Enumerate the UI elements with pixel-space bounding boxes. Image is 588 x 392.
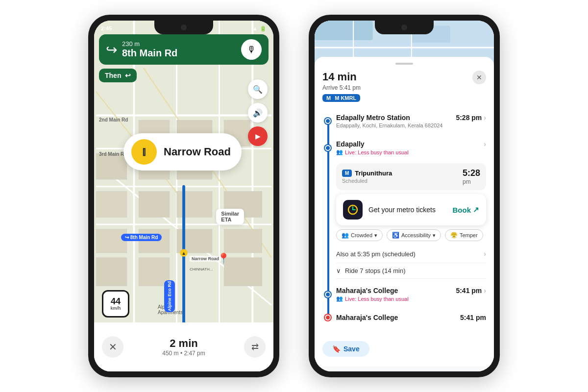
nav-bottom-bar: ✕ 2 min 450 m • 2:47 pm ⇄: [94, 322, 273, 371]
phone-2: 14 min Arrive 5:41 pm ✕ M M KMRL: [309, 15, 500, 377]
stop-3-time-wrap: 5:41 pm ›: [456, 287, 486, 294]
stop-2-name: Edapally: [336, 140, 409, 148]
svg-rect-26: [96, 258, 127, 286]
save-button[interactable]: 🔖 Save: [322, 341, 369, 357]
live-icon: 👥: [336, 149, 343, 155]
metro-m-icon: M: [326, 95, 331, 101]
eta-details: 450 m • 2:47 pm: [123, 350, 244, 357]
book-button[interactable]: Book ↗: [453, 205, 480, 214]
transit-screen[interactable]: 14 min Arrive 5:41 pm ✕ M M KMRL: [315, 21, 494, 371]
scheduled-label: Scheduled: [342, 178, 392, 184]
phone-1-screen: ▲ 📍 2nd Main Rd 3rd Main Rd ↪ 8th Main R…: [94, 21, 273, 371]
crowded-label: Crowded: [351, 232, 372, 238]
stop-2-info: Edapally 👥 Live: Less busy than usual: [336, 140, 409, 155]
road-width-icon: ⫿: [142, 146, 147, 158]
book-label: Book: [453, 206, 471, 214]
scheduled-name-row: M Tripunithura: [342, 170, 392, 177]
ticket-text: Get your metro tickets: [368, 206, 453, 214]
timeline-dot-3: [325, 292, 331, 297]
mic-icon: 🎙: [247, 45, 256, 55]
speed-unit: km/h: [110, 306, 121, 311]
stop-3-info: Maharaja's College 👥 Live: Less busy tha…: [336, 287, 409, 302]
camera-2: [401, 24, 407, 30]
direction-left: ↪ 230 m 8th Main Rd: [106, 40, 177, 59]
save-icon: 🔖: [332, 345, 341, 353]
accessibility-icon: ♿: [392, 232, 399, 239]
timeline-dot-1: [325, 118, 331, 124]
mic-button[interactable]: 🎙: [241, 39, 262, 60]
close-transit-button[interactable]: ✕: [472, 71, 486, 84]
scheduled-pm: pm: [463, 178, 480, 185]
stop-3-chevron-icon: ›: [484, 287, 486, 294]
metro-line-badge: M M KMRL: [322, 94, 360, 102]
alpine-eco-label: Alpine Eco Rd: [164, 280, 175, 312]
svg-rect-17: [176, 191, 212, 217]
status-icons-1: ▲ 🔋: [252, 25, 267, 32]
phone-1: ▲ 📍 2nd Main Rd 3rd Main Rd ↪ 8th Main R…: [88, 15, 279, 377]
filter-row: 👥 Crowded ▾ ♿ Accessibility ▾ 😤 Temper: [336, 229, 486, 241]
status-time-1: 2:45: [101, 25, 112, 31]
search-icon: 🔍: [253, 85, 263, 94]
close-navigation-button[interactable]: ✕: [102, 336, 123, 358]
road-label-3rd: 3rd Main Rd: [99, 151, 127, 157]
layers-icon: ▶: [255, 132, 261, 140]
stop-1-sub: Edappally, Kochi, Ernakulam, Kerala 6820…: [336, 122, 443, 128]
battery-icon: 🔋: [260, 25, 267, 32]
sound-button[interactable]: 🔊: [248, 103, 268, 122]
svg-rect-35: [315, 21, 373, 40]
crowded-filter[interactable]: 👥 Crowded ▾: [336, 229, 383, 241]
sound-icon: 🔊: [253, 108, 263, 118]
transit-top: 14 min Arrive 5:41 pm ✕: [322, 71, 486, 91]
notch-2: [375, 21, 434, 34]
narrow-road-icon: ⫿: [131, 139, 157, 165]
svg-rect-16: [139, 191, 170, 217]
also-at-row[interactable]: Also at 5:35 pm (scheduled) ›: [336, 245, 486, 263]
speed-badge: 44 km/h: [102, 290, 129, 318]
narrow-road-tooltip: ⫿ Narrow Road: [123, 133, 242, 171]
narrow-road-text: Narrow Road: [164, 146, 231, 158]
scheduled-time: 5:28: [463, 168, 480, 178]
stop-2-chevron-icon: ›: [484, 140, 486, 148]
temper-filter[interactable]: 😤 Temper: [445, 229, 483, 241]
collapse-icon: ∨: [336, 267, 341, 274]
eta-minutes: 2 min: [123, 337, 244, 350]
timeline-item-3[interactable]: Maharaja's College 👥 Live: Less busy tha…: [336, 281, 486, 308]
route-options-button[interactable]: ⇄: [244, 336, 266, 358]
speed-value: 44: [111, 297, 121, 306]
signal-icon: ▲: [252, 25, 258, 31]
road-label-2nd: 2nd Main Rd: [99, 117, 128, 122]
timeline-content-2: Edapally 👥 Live: Less busy than usual ›: [336, 140, 486, 155]
dest-time: 5:41 pm: [460, 314, 486, 321]
timeline-item-2[interactable]: Edapally 👥 Live: Less busy than usual ›: [336, 134, 486, 161]
panel-handle[interactable]: [395, 63, 413, 65]
timeline-dot-2: [325, 145, 331, 151]
eta-display: 2 min 450 m • 2:47 pm: [123, 337, 244, 357]
then-arrow-icon: ↩: [125, 72, 131, 79]
stop-2-live: 👥 Live: Less busy than usual: [336, 149, 409, 155]
timeline-content-3: Maharaja's College 👥 Live: Less busy tha…: [336, 287, 486, 302]
stop-3-time: 5:41 pm: [456, 287, 482, 294]
search-button[interactable]: 🔍: [248, 79, 268, 99]
layers-button[interactable]: ▶: [248, 126, 268, 146]
direction-card: ↪ 230 m 8th Main Rd 🎙: [99, 34, 269, 65]
8th-main-label: ↪ 8th Main Rd: [121, 234, 162, 241]
stop-1-chevron-icon: ›: [484, 114, 486, 122]
metro-ticket-card[interactable]: Get your metro tickets Book ↗: [336, 194, 486, 225]
ride-stops-text: Ride 7 stops (14 min): [345, 267, 406, 274]
dest-name: Maharaja's College: [336, 314, 398, 321]
stop-3-live: 👥 Live: Less busy than usual: [336, 295, 409, 302]
crowded-icon: 👥: [342, 232, 349, 239]
transit-timeline: Edapally Metro Station Edappally, Kochi,…: [322, 108, 486, 327]
external-link-icon: ↗: [473, 205, 479, 214]
also-at-text: Also at 5:35 pm (scheduled): [336, 250, 416, 258]
timeline-content-dest: Maharaja's College 5:41 pm: [336, 314, 486, 321]
svg-rect-23: [176, 229, 212, 253]
stop-1-name: Edapally Metro Station: [336, 114, 443, 122]
then-card: Then ↩: [99, 69, 137, 82]
timeline-item-1[interactable]: Edapally Metro Station Edappally, Kochi,…: [336, 108, 486, 134]
ride-stops-row[interactable]: ∨ Ride 7 stops (14 min): [336, 263, 486, 279]
nav-distance: 230 m: [122, 40, 177, 48]
camera-1: [181, 24, 187, 30]
scheduled-route: Tripunithura: [355, 170, 392, 177]
accessibility-filter[interactable]: ♿ Accessibility ▾: [387, 229, 441, 241]
